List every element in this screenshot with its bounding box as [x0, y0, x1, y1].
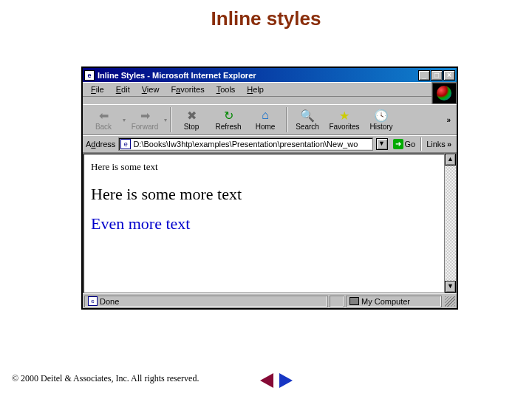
status-text: Done — [100, 297, 119, 306]
slide-title: Inline styles — [0, 7, 532, 30]
menu-view[interactable]: View — [137, 84, 165, 95]
forward-arrow-icon: ➡ — [137, 109, 152, 122]
history-label: History — [369, 123, 392, 131]
address-dropdown[interactable]: ▼ — [376, 138, 388, 150]
links-label: Links — [426, 140, 446, 149]
triangle-left-icon — [260, 373, 273, 388]
minimize-button[interactable]: _ — [418, 70, 430, 81]
toolbar: ⬅ Back ▾ ➡ Forward ▾ ✖ Stop ↻ Refresh ⌂ … — [83, 104, 457, 135]
ie-window: e Inline Styles - Microsoft Internet Exp… — [81, 66, 458, 310]
home-label: Home — [256, 123, 276, 131]
page-text-1: Here is some text — [91, 161, 449, 173]
search-icon: 🔍 — [300, 109, 315, 122]
status-main: e Done — [84, 296, 328, 307]
ie-throbber-icon — [432, 82, 457, 104]
close-button[interactable]: × — [443, 70, 455, 81]
window-title: Inline Styles - Microsoft Internet Explo… — [98, 71, 418, 80]
stop-label: Stop — [184, 123, 200, 131]
titlebar[interactable]: e Inline Styles - Microsoft Internet Exp… — [83, 68, 457, 82]
back-button[interactable]: ⬅ Back — [86, 109, 121, 131]
search-button[interactable]: 🔍 Search — [290, 109, 325, 131]
links-overflow: » — [447, 140, 451, 149]
menu-edit[interactable]: Edit — [111, 84, 135, 95]
page-text-2: Here is some more text — [91, 185, 449, 204]
statusbar: e Done My Computer — [83, 293, 457, 308]
menu-tools[interactable]: Tools — [211, 84, 241, 95]
favorites-icon: ★ — [337, 109, 352, 122]
toolbar-overflow[interactable]: » — [446, 116, 454, 124]
stop-icon: ✖ — [184, 109, 199, 122]
vertical-scrollbar[interactable]: ▲ ▼ — [444, 154, 456, 293]
scroll-up-button[interactable]: ▲ — [445, 154, 456, 166]
page-icon: e — [120, 139, 131, 149]
content-viewport: Here is some text Here is some more text… — [83, 153, 457, 293]
forward-button[interactable]: ➡ Forward — [127, 109, 163, 131]
ie-icon: e — [84, 70, 95, 81]
go-label: Go — [405, 140, 416, 149]
home-button[interactable]: ⌂ Home — [248, 109, 283, 131]
address-label: Address — [86, 140, 115, 149]
favorites-button[interactable]: ★ Favorites — [327, 109, 362, 131]
computer-icon — [349, 297, 359, 305]
refresh-button[interactable]: ↻ Refresh — [211, 109, 246, 131]
scroll-down-button[interactable]: ▼ — [445, 281, 456, 293]
prev-slide-button[interactable] — [259, 372, 275, 389]
search-label: Search — [296, 123, 319, 131]
scroll-track[interactable] — [445, 166, 456, 281]
forward-label: Forward — [132, 123, 159, 131]
refresh-label: Refresh — [215, 123, 241, 131]
status-zone: My Computer — [346, 296, 442, 307]
address-bar: Address e D:\Books\Iw3htp\examples\Prese… — [83, 135, 457, 153]
menu-file[interactable]: File — [86, 84, 109, 95]
stop-button[interactable]: ✖ Stop — [174, 109, 209, 131]
address-field[interactable]: e D:\Books\Iw3htp\examples\Presentation\… — [118, 137, 372, 151]
status-empty-1 — [330, 296, 344, 307]
menu-favorites[interactable]: Favorites — [166, 84, 209, 95]
links-button[interactable]: Links » — [424, 140, 454, 149]
refresh-icon: ↻ — [221, 109, 236, 122]
slide-nav — [259, 372, 294, 389]
address-value: D:\Books\Iw3htp\examples\Presentation\pr… — [133, 140, 358, 149]
status-zone-text: My Computer — [361, 297, 410, 306]
copyright-footer: © 2000 Deitel & Associates, Inc. All rig… — [12, 373, 199, 384]
resize-grip[interactable] — [445, 296, 455, 307]
menu-help[interactable]: Help — [242, 84, 269, 95]
history-icon: 🕓 — [374, 109, 389, 122]
status-page-icon: e — [88, 296, 98, 306]
next-slide-button[interactable] — [278, 372, 294, 389]
page-text-3: Even more text — [91, 214, 449, 233]
history-button[interactable]: 🕓 History — [364, 109, 399, 131]
back-label: Back — [95, 123, 112, 131]
back-arrow-icon: ⬅ — [96, 109, 111, 122]
triangle-right-icon — [279, 373, 293, 388]
menubar: File Edit View Favorites Tools Help — [83, 82, 432, 97]
favorites-label: Favorites — [329, 123, 359, 131]
go-icon: ➜ — [393, 139, 403, 149]
maximize-button[interactable]: □ — [431, 70, 443, 81]
go-button[interactable]: ➜ Go — [391, 139, 418, 149]
home-icon: ⌂ — [258, 109, 273, 122]
